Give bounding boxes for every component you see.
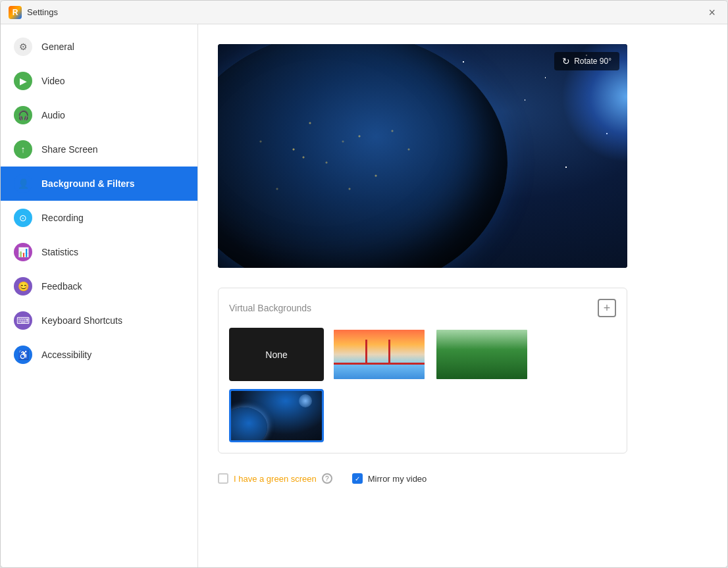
content-area: ⚙General▶Video🎧Audio↑Share Screen👤Backgr… bbox=[1, 24, 727, 567]
bridge-deck bbox=[334, 363, 425, 365]
audio-icon: 🎧 bbox=[14, 106, 32, 124]
sidebar-item-keyboard-shortcuts[interactable]: ⌨Keyboard Shortcuts bbox=[1, 303, 197, 338]
video-icon: ▶ bbox=[14, 72, 32, 90]
bg-none-thumb[interactable]: None bbox=[229, 328, 324, 381]
bg-grass-thumb[interactable] bbox=[434, 328, 529, 381]
sidebar-item-recording[interactable]: ⊙Recording bbox=[1, 201, 197, 235]
sidebar-item-accessibility[interactable]: ♿Accessibility bbox=[1, 338, 197, 372]
space-thumb-glow bbox=[299, 394, 312, 407]
sidebar: ⚙General▶Video🎧Audio↑Share Screen👤Backgr… bbox=[1, 24, 198, 567]
vb-title: Virtual Backgrounds bbox=[229, 303, 311, 313]
sidebar-label-video: Video bbox=[41, 76, 65, 86]
rotate-icon: ↻ bbox=[562, 56, 570, 66]
sidebar-label-general: General bbox=[41, 41, 74, 52]
sidebar-label-feedback: Feedback bbox=[41, 281, 82, 292]
sidebar-item-video[interactable]: ▶Video bbox=[1, 64, 197, 98]
bridge-tower-2 bbox=[388, 340, 390, 365]
green-screen-checkbox[interactable] bbox=[218, 473, 228, 484]
keyboard-shortcuts-icon: ⌨ bbox=[14, 311, 32, 330]
space-thumb-earth bbox=[231, 407, 267, 440]
sidebar-item-feedback[interactable]: 😊Feedback bbox=[1, 269, 197, 303]
footer-options: I have a green screen ? Mirror my video bbox=[218, 473, 708, 484]
mirror-video-label: Mirror my video bbox=[368, 474, 427, 484]
recording-icon: ⊙ bbox=[14, 209, 32, 227]
sidebar-label-keyboard-shortcuts: Keyboard Shortcuts bbox=[41, 315, 122, 326]
sidebar-label-background-filters: Background & Filters bbox=[41, 178, 135, 189]
sidebar-item-audio[interactable]: 🎧Audio bbox=[1, 98, 197, 132]
settings-window: R Settings × ⚙General▶Video🎧Audio↑Share … bbox=[0, 0, 728, 568]
virtual-backgrounds-section: Virtual Backgrounds + None bbox=[218, 288, 627, 453]
mirror-video-group: Mirror my video bbox=[352, 473, 427, 484]
mirror-video-checkbox[interactable] bbox=[352, 473, 363, 484]
close-button[interactable]: × bbox=[704, 5, 719, 20]
add-background-button[interactable]: + bbox=[598, 299, 616, 317]
vb-header: Virtual Backgrounds + bbox=[229, 299, 616, 317]
sidebar-label-statistics: Statistics bbox=[41, 247, 78, 257]
sidebar-item-background-filters[interactable]: 👤Background & Filters bbox=[1, 167, 197, 201]
sidebar-label-share-screen: Share Screen bbox=[41, 144, 98, 155]
background-filters-icon: 👤 bbox=[14, 174, 32, 193]
bg-bridge-thumb[interactable] bbox=[332, 328, 427, 381]
video-preview: ↻ Rotate 90° bbox=[218, 44, 627, 268]
preview-background bbox=[218, 44, 627, 268]
statistics-icon: 📊 bbox=[14, 243, 32, 261]
bridge-tower-1 bbox=[365, 340, 367, 365]
bg-none-label: None bbox=[265, 349, 287, 360]
sidebar-item-general[interactable]: ⚙General bbox=[1, 30, 197, 64]
bg-space-thumb[interactable] bbox=[229, 389, 324, 442]
space-thumb-visual bbox=[231, 391, 322, 440]
green-screen-label: I have a green screen bbox=[234, 474, 317, 484]
help-icon-text: ? bbox=[325, 475, 329, 482]
main-content: ↻ Rotate 90° Virtual Backgrounds + None bbox=[198, 24, 727, 567]
share-screen-icon: ↑ bbox=[14, 140, 32, 159]
help-icon[interactable]: ? bbox=[322, 473, 332, 484]
rotate-label: Rotate 90° bbox=[574, 57, 611, 66]
sidebar-label-recording: Recording bbox=[41, 213, 84, 223]
rotate-button[interactable]: ↻ Rotate 90° bbox=[554, 52, 619, 70]
earth-rim bbox=[218, 44, 507, 268]
water bbox=[334, 365, 425, 380]
sidebar-label-accessibility: Accessibility bbox=[41, 349, 91, 360]
window-title: Settings bbox=[27, 7, 58, 17]
accessibility-icon: ♿ bbox=[14, 346, 32, 364]
background-thumbnails: None bbox=[229, 328, 616, 442]
sidebar-item-share-screen[interactable]: ↑Share Screen bbox=[1, 132, 197, 167]
app-icon: R bbox=[9, 6, 22, 19]
bridge-visual bbox=[334, 330, 425, 379]
earth-visual bbox=[218, 44, 507, 268]
green-screen-group: I have a green screen ? bbox=[218, 473, 332, 484]
sidebar-item-statistics[interactable]: 📊Statistics bbox=[1, 235, 197, 269]
feedback-icon: 😊 bbox=[14, 277, 32, 296]
grass-visual bbox=[436, 330, 527, 379]
sidebar-label-audio: Audio bbox=[41, 110, 65, 120]
general-icon: ⚙ bbox=[14, 38, 32, 56]
title-bar: R Settings × bbox=[1, 1, 727, 24]
